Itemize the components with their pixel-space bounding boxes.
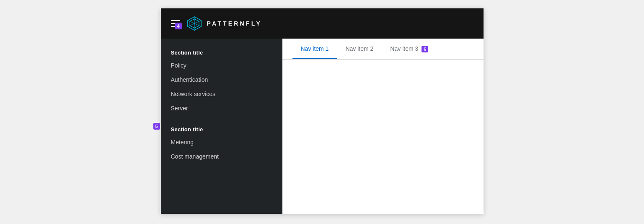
- sidebar-item-metering[interactable]: Metering: [161, 135, 282, 149]
- brand-logo: PATTERNFLY: [187, 16, 262, 31]
- annotation-badge-5: 5: [153, 123, 160, 130]
- horizontal-nav: Nav item 1 Nav item 2 Nav item 3 6: [282, 39, 484, 60]
- tab-nav-item-1[interactable]: Nav item 1: [292, 39, 337, 59]
- sidebar-item-authentication[interactable]: Authentication: [161, 73, 282, 87]
- sidebar-section-title-1: Section title: [161, 45, 282, 58]
- masthead: PATTERNFLY: [161, 8, 484, 39]
- sidebar-section-title-2: Section title: [161, 122, 282, 135]
- tab-nav-item-2[interactable]: Nav item 2: [337, 39, 382, 59]
- annotation-badge-6: 6: [422, 46, 428, 52]
- sidebar-item-server[interactable]: Server: [161, 101, 282, 115]
- main-content: Nav item 1 Nav item 2 Nav item 3 6: [282, 39, 484, 214]
- app-container: PATTERNFLY 5 Section title Policy Authen…: [161, 8, 484, 214]
- brand-text: PATTERNFLY: [207, 20, 262, 27]
- sidebar-item-policy[interactable]: Policy: [161, 58, 282, 73]
- annotation-badge-4: 4: [175, 23, 182, 29]
- sidebar-item-cost-management[interactable]: Cost management: [161, 149, 282, 164]
- tab-nav-item-3[interactable]: Nav item 3 6: [382, 39, 437, 59]
- content-area: [282, 60, 484, 214]
- app-body: 5 Section title Policy Authentication Ne…: [161, 39, 484, 214]
- sidebar: 5 Section title Policy Authentication Ne…: [161, 39, 282, 214]
- patternfly-logo-icon: [187, 16, 202, 31]
- sidebar-item-network-services[interactable]: Network services: [161, 87, 282, 101]
